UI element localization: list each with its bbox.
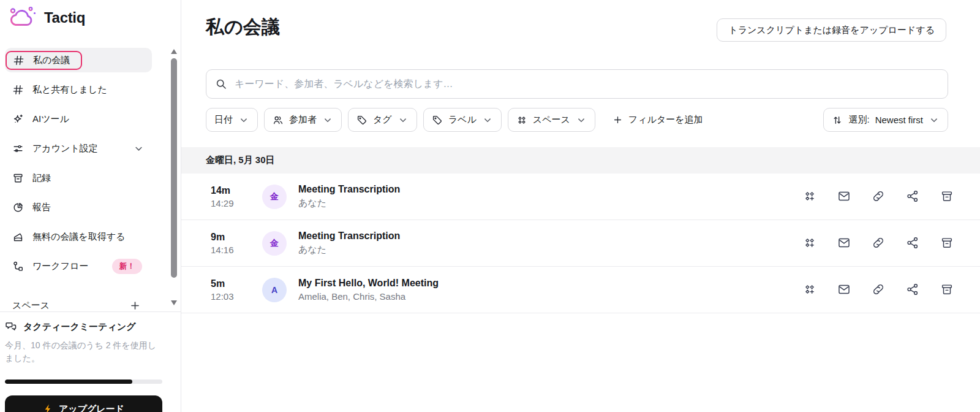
link-icon [872, 236, 885, 250]
chevron-down-icon [398, 115, 409, 126]
sidebar-item-reports[interactable]: 報告 [5, 195, 152, 219]
meeting-row[interactable]: 5m 12:03 A My First Hello, World! Meetin… [181, 267, 980, 313]
sort-value: Newest first [875, 115, 923, 125]
sort-arrows-icon [832, 115, 843, 126]
sidebar-item-workflows[interactable]: ワークフロー 新！ [5, 254, 152, 278]
sliders-icon [12, 143, 24, 154]
add-to-space-icon [803, 236, 816, 250]
scrollbar-thumb[interactable] [171, 58, 177, 278]
add-to-space-button[interactable] [802, 189, 817, 204]
sidebar-item-label: 無料の会議を取得する [32, 231, 125, 243]
sidebar-scrollbar[interactable] [170, 48, 178, 305]
add-filter-label: フィルターを追加 [628, 114, 703, 126]
chevron-down-icon [576, 115, 587, 126]
sidebar-item-label: 報告 [32, 202, 51, 213]
meeting-row[interactable]: 14m 14:29 金 Meeting Transcription あなた [181, 174, 980, 220]
usage-progress-bar [5, 380, 162, 384]
meeting-row[interactable]: 9m 14:16 金 Meeting Transcription あなた [181, 220, 980, 267]
filter-spaces-button[interactable]: スペース [508, 108, 595, 132]
meeting-time-column: 9m 14:16 [211, 232, 262, 255]
chevron-down-icon [322, 115, 333, 126]
meeting-duration: 5m [211, 278, 262, 289]
lightning-bolt-icon [43, 403, 54, 412]
usage-title: タクティークミーティング [23, 321, 136, 333]
sidebar-item-shared-with-me[interactable]: 私と共有しました [5, 77, 152, 102]
filter-date-button[interactable]: 日付 [206, 108, 258, 132]
filter-tags-button[interactable]: タグ [348, 108, 417, 132]
add-filter-button[interactable]: フィルターを追加 [609, 113, 707, 126]
meeting-time-column: 5m 12:03 [211, 278, 262, 302]
share-button[interactable] [905, 236, 920, 251]
spaces-diamonds-icon [516, 115, 527, 126]
email-button[interactable] [837, 236, 851, 251]
share-icon [906, 189, 919, 203]
copy-link-button[interactable] [871, 283, 886, 297]
cake-slice-icon [12, 231, 24, 243]
meeting-list: 14m 14:29 金 Meeting Transcription あなた 9m… [181, 174, 980, 313]
sidebar-item-account-settings[interactable]: アカウント設定 [5, 136, 152, 161]
hash-icon [13, 55, 24, 66]
archive-button[interactable] [940, 283, 954, 297]
new-badge: 新！ [112, 259, 142, 274]
sort-label: 選別: [848, 114, 869, 126]
archive-button[interactable] [940, 236, 954, 251]
email-button[interactable] [837, 283, 851, 297]
workflow-icon [12, 261, 24, 272]
row-actions [802, 189, 954, 204]
sidebar-item-ai-tools[interactable]: AIツール [5, 107, 152, 131]
scrollbar-up-arrow[interactable] [171, 49, 177, 54]
filter-participants-label: 参加者 [289, 114, 317, 126]
main-content: 私の会議 トランスクリプトまたは録音をアップロードする 日付 参加者 タグ ラベ… [181, 0, 980, 412]
add-to-space-button[interactable] [802, 283, 817, 297]
tag-icon [356, 115, 368, 126]
share-button[interactable] [905, 283, 920, 297]
add-space-plus-icon[interactable] [129, 300, 141, 311]
chevron-down-icon [238, 115, 249, 126]
meeting-title: Meeting Transcription [298, 231, 802, 242]
upgrade-label: アップグレード [59, 403, 124, 412]
share-icon [906, 236, 919, 250]
sidebar-item-spaces[interactable]: スペース [5, 293, 152, 311]
scrollbar-down-arrow[interactable] [171, 300, 177, 305]
sidebar-item-get-free-meetings[interactable]: 無料の会議を取得する [5, 224, 152, 249]
meeting-meta: My First Hello, World! Meeting Amelia, B… [298, 278, 802, 302]
search-bar[interactable] [206, 69, 948, 99]
add-to-space-button[interactable] [802, 236, 817, 251]
share-button[interactable] [905, 189, 920, 204]
copy-link-button[interactable] [871, 236, 886, 251]
sidebar-item-my-meetings[interactable]: 私の会議 [5, 48, 152, 72]
usage-title-row: タクティークミーティング [5, 321, 136, 333]
app-name: Tactiq [44, 9, 85, 26]
sort-dropdown[interactable]: 選別: Newest first [823, 108, 948, 132]
row-actions [802, 283, 954, 297]
meeting-duration: 9m [211, 232, 262, 243]
search-input[interactable] [233, 78, 939, 90]
filter-labels-label: ラベル [448, 114, 477, 126]
sidebar: Tactiq 私の会議 私と共有しました AIツール アカウント設定 記録 [0, 0, 181, 412]
meeting-time-column: 14m 14:29 [211, 185, 262, 208]
usage-text: 今月、10 件の会議のうち 2 件を使用しました。 [5, 339, 164, 365]
envelope-icon [837, 236, 851, 250]
envelope-icon [837, 189, 851, 203]
sidebar-item-label: アカウント設定 [32, 143, 98, 154]
sidebar-item-records[interactable]: 記録 [5, 166, 152, 190]
upgrade-button[interactable]: アップグレード [5, 395, 162, 412]
upload-transcript-button[interactable]: トランスクリプトまたは録音をアップロードする [717, 18, 946, 42]
copy-link-button[interactable] [871, 189, 886, 204]
filter-participants-button[interactable]: 参加者 [264, 108, 342, 132]
filter-date-label: 日付 [214, 114, 233, 126]
meeting-start-time: 12:03 [211, 291, 262, 302]
filter-labels-button[interactable]: ラベル [423, 108, 502, 132]
meeting-participants: あなた [298, 197, 802, 209]
envelope-icon [837, 283, 851, 296]
sidebar-item-label: 私の会議 [33, 55, 70, 66]
meeting-title: My First Hello, World! Meeting [298, 278, 802, 289]
sidebar-item-label: スペース [12, 300, 50, 311]
sidebar-nav: 私の会議 私と共有しました AIツール アカウント設定 記録 報告 無料の会議を… [5, 43, 152, 311]
sidebar-usage-panel: タクティークミーティング 今月、10 件の会議のうち 2 件を使用しました。 ア… [0, 311, 181, 412]
filter-spaces-label: スペース [533, 114, 570, 126]
link-icon [872, 189, 885, 203]
archive-button[interactable] [940, 189, 954, 204]
email-button[interactable] [837, 189, 851, 204]
page-title: 私の会議 [206, 15, 280, 40]
